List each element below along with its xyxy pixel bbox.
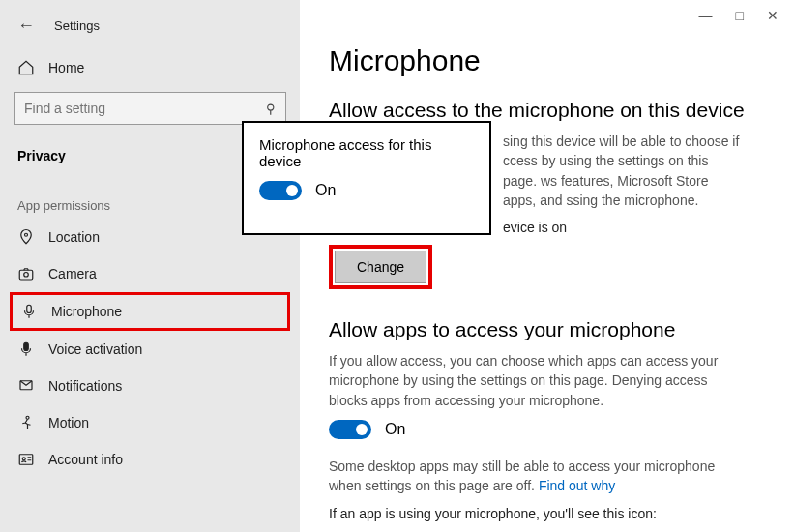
device-access-toggle-label: On: [315, 182, 336, 199]
sidebar-item-label: Account info: [48, 452, 123, 467]
svg-point-0: [25, 233, 28, 236]
svg-point-8: [22, 458, 25, 460]
section1-title: Allow access to the microphone on this d…: [329, 99, 769, 122]
device-access-toggle[interactable]: [259, 181, 302, 200]
apps-access-toggle-label: On: [385, 421, 405, 438]
voice-activation-icon: [17, 340, 35, 358]
microphone-access-popup: Microphone access for this device On: [242, 121, 491, 235]
search-input[interactable]: ⚲: [14, 92, 286, 125]
main-panel: — □ ✕ Microphone Allow access to the mic…: [300, 0, 794, 532]
sidebar-item-label: Camera: [48, 266, 97, 281]
microphone-icon: [20, 303, 38, 320]
section2-desc: If you allow access, you can choose whic…: [329, 351, 745, 410]
sidebar-item-voice-activation[interactable]: Voice activation: [0, 331, 300, 368]
account-info-icon: [17, 451, 35, 468]
search-icon: ⚲: [266, 102, 276, 116]
sidebar-item-notifications[interactable]: Notifications: [0, 368, 300, 404]
sidebar-item-label: Voice activation: [48, 341, 142, 357]
window-controls: — □ ✕: [699, 8, 779, 23]
sidebar-home-label: Home: [48, 60, 84, 75]
location-icon: [17, 228, 35, 246]
page-heading: Microphone: [329, 44, 769, 77]
apps-access-toggle[interactable]: [329, 420, 371, 439]
sidebar-item-label: Notifications: [48, 378, 122, 394]
svg-rect-7: [19, 455, 33, 465]
sidebar-item-motion[interactable]: Motion: [0, 404, 300, 441]
search-field[interactable]: [24, 101, 266, 116]
close-button[interactable]: ✕: [767, 8, 779, 23]
maximize-button[interactable]: □: [736, 8, 744, 23]
sidebar: ← Settings Home ⚲ Privacy App permission…: [0, 0, 300, 532]
popup-title: Microphone access for this device: [259, 136, 474, 169]
home-icon: [17, 59, 35, 76]
svg-rect-4: [24, 342, 29, 350]
svg-rect-1: [19, 270, 33, 280]
window-title: Settings: [54, 18, 100, 33]
minimize-button[interactable]: —: [699, 8, 713, 23]
camera-icon: [17, 265, 35, 282]
sidebar-item-camera[interactable]: Camera: [0, 255, 300, 292]
section2-footer: Some desktop apps may still be able to a…: [329, 457, 745, 496]
find-out-why-link[interactable]: Find out why: [539, 478, 615, 493]
sidebar-item-label: Microphone: [51, 304, 122, 319]
sidebar-item-label: Location: [48, 229, 100, 245]
change-highlight: Change: [329, 245, 432, 289]
back-arrow-icon[interactable]: ←: [17, 15, 35, 36]
svg-rect-3: [27, 305, 32, 312]
svg-point-2: [24, 273, 29, 278]
section2-truncated: If an app is using your microphone, you'…: [329, 506, 769, 521]
sidebar-item-microphone[interactable]: Microphone: [10, 292, 290, 331]
motion-icon: [17, 414, 35, 431]
sidebar-item-account-info[interactable]: Account info: [0, 441, 300, 478]
svg-point-6: [26, 416, 29, 419]
section2-title: Allow apps to access your microphone: [329, 318, 769, 341]
change-button[interactable]: Change: [335, 251, 426, 283]
sidebar-home[interactable]: Home: [0, 49, 300, 86]
sidebar-item-label: Motion: [48, 415, 89, 430]
notifications-icon: [17, 377, 35, 395]
